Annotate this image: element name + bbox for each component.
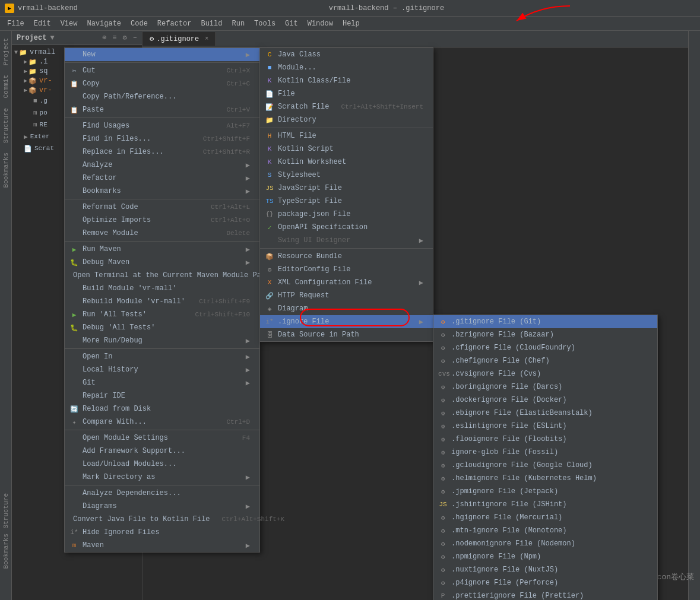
context-menu-find-usages[interactable]: Find Usages Alt+F7: [65, 119, 259, 132]
menu-view[interactable]: View: [56, 18, 83, 29]
context-menu-hide-ignored[interactable]: i* Hide Ignored Files: [65, 526, 259, 539]
context-menu-cut[interactable]: ✂ Cut Ctrl+X: [65, 64, 259, 77]
ignore-nuxtignore[interactable]: ⚙ .nuxtignore File (NuxtJS): [433, 563, 657, 576]
context-menu-more-run[interactable]: More Run/Debug ▶: [65, 334, 259, 347]
new-java-class[interactable]: C Java Class: [260, 48, 433, 61]
ignore-cvsignore[interactable]: cvs .cvsignore File (Cvs): [433, 367, 657, 380]
project-close-icon[interactable]: –: [133, 34, 137, 42]
context-menu-remove-module[interactable]: Remove Module Delete: [65, 227, 259, 240]
context-menu-debug-all-tests[interactable]: 🐛 Debug 'All Tests': [65, 321, 259, 334]
context-menu-debug-maven[interactable]: 🐛 Debug Maven ▶: [65, 256, 259, 269]
context-menu-open-module-settings[interactable]: Open Module Settings F4: [65, 431, 259, 445]
context-menu-find-in-files[interactable]: Find in Files... Ctrl+Shift+F: [65, 132, 259, 145]
menu-refactor[interactable]: Refactor: [153, 18, 197, 29]
context-menu-open-terminal[interactable]: Open Terminal at the Current Maven Modul…: [65, 269, 259, 282]
context-menu-repair-ide[interactable]: Repair IDE: [65, 389, 259, 402]
ignore-chefignore[interactable]: ⚙ .chefignore File (Chef): [433, 354, 657, 367]
new-stylesheet[interactable]: S Stylesheet: [260, 169, 433, 182]
ignore-boringignore[interactable]: ⚙ .boringignore File (Darcs): [433, 380, 657, 393]
menu-code[interactable]: Code: [126, 18, 153, 29]
sidebar-tab-bookmarks[interactable]: Bookmarks: [1, 148, 11, 192]
context-menu-convert-kotlin[interactable]: Convert Java File to Kotlin File Ctrl+Al…: [65, 513, 259, 526]
new-swing-ui[interactable]: Swing UI Designer ▶: [260, 234, 433, 247]
context-menu-run-all-tests[interactable]: ▶ Run 'All Tests' Ctrl+Shift+F10: [65, 308, 259, 321]
context-menu-diagrams[interactable]: Diagrams ▶: [65, 500, 259, 513]
menu-help[interactable]: Help: [338, 18, 365, 29]
context-menu-compare[interactable]: ✦ Compare With... Ctrl+D: [65, 415, 259, 428]
new-ignore-file[interactable]: i* .ignore File ▶ ⚙ .gitignore File (Git…: [260, 315, 433, 328]
ignore-dockerignore[interactable]: ⚙ .dockerignore File (Docker): [433, 393, 657, 407]
gitignore-tab-close[interactable]: ×: [205, 36, 208, 42]
menu-run[interactable]: Run: [227, 18, 249, 29]
new-editorconfig[interactable]: ⚙ EditorConfig File: [260, 263, 433, 276]
new-diagram[interactable]: ◈ Diagram: [260, 302, 433, 315]
new-file[interactable]: 📄 File: [260, 87, 433, 100]
ignore-eslintignore[interactable]: ⚙ .eslintignore File (ESLint): [433, 420, 657, 433]
sidebar-tab-project[interactable]: Project: [1, 33, 11, 70]
tab-bookmarks[interactable]: Bookmarks: [1, 531, 11, 571]
new-data-source[interactable]: 🗄 Data Source in Path: [260, 328, 433, 341]
sidebar-tab-commit[interactable]: Commit: [1, 70, 11, 103]
ignore-hgignore[interactable]: ⚙ .hgignore File (Mercurial): [433, 511, 657, 524]
new-kotlin-class[interactable]: K Kotlin Class/File: [260, 74, 433, 87]
new-scratch-file[interactable]: 📝 Scratch File Ctrl+Alt+Shift+Insert: [260, 100, 433, 113]
ignore-ebignore[interactable]: ⚙ .ebignore File (ElasticBeanstalk): [433, 407, 657, 420]
new-xml-config[interactable]: X XML Configuration File ▶: [260, 276, 433, 289]
context-menu-bookmarks[interactable]: Bookmarks ▶: [65, 185, 259, 198]
context-menu-maven[interactable]: m Maven ▶: [65, 539, 259, 552]
context-menu-add-framework[interactable]: Add Framework Support...: [65, 445, 259, 458]
project-settings-icon[interactable]: ⚙: [123, 33, 127, 42]
ignore-flooignore[interactable]: ⚙ .flooignore File (Floobits): [433, 433, 657, 446]
context-menu-optimize-imports[interactable]: Optimize Imports Ctrl+Alt+O: [65, 214, 259, 227]
ignore-jshintignore[interactable]: JS .jshintignore File (JSHint): [433, 498, 657, 511]
ignore-helmignore[interactable]: ⚙ .helmignore File (Kubernetes Helm): [433, 472, 657, 485]
context-menu-item-new[interactable]: New ▶ C Java Class ■ Module... K Kotlin …: [65, 48, 259, 61]
ignore-bzrignore[interactable]: ⚙ .bzrignore File (Bazaar): [433, 328, 657, 341]
context-menu-run-maven[interactable]: ▶ Run Maven ▶: [65, 243, 259, 256]
context-menu-local-history[interactable]: Local History ▶: [65, 363, 259, 376]
new-typescript[interactable]: TS TypeScript File: [260, 195, 433, 208]
context-menu-open-in[interactable]: Open In ▶: [65, 350, 259, 363]
context-menu-refactor[interactable]: Refactor ▶: [65, 172, 259, 185]
new-http-request[interactable]: 🔗 HTTP Request: [260, 289, 433, 302]
new-directory[interactable]: 📁 Directory: [260, 113, 433, 126]
new-package-json[interactable]: {} package.json File: [260, 208, 433, 221]
context-menu-analyze-deps[interactable]: Analyze Dependencies...: [65, 487, 259, 500]
context-menu-rebuild-module[interactable]: Rebuild Module 'vr-mall' Ctrl+Shift+F9: [65, 295, 259, 308]
ignore-fossil[interactable]: ⚙ ignore-glob File (Fossil): [433, 446, 657, 459]
menu-build[interactable]: Build: [196, 18, 227, 29]
context-menu-build-module[interactable]: Build Module 'vr-mall': [65, 282, 259, 295]
sidebar-tab-structure[interactable]: Structure: [1, 103, 11, 148]
new-resource-bundle[interactable]: 📦 Resource Bundle: [260, 250, 433, 263]
context-menu-mark-directory[interactable]: Mark Directory as ▶: [65, 471, 259, 484]
ignore-gitignore[interactable]: ⚙ .gitignore File (Git): [433, 315, 657, 328]
context-menu-reload[interactable]: 🔄 Reload from Disk: [65, 402, 259, 415]
ignore-jpmignore[interactable]: ⚙ .jpmignore File (Jetpack): [433, 485, 657, 498]
project-collapse-icon[interactable]: ≡: [112, 34, 116, 42]
ignore-gcloudignore[interactable]: ⚙ .gcloudignore File (Google Cloud): [433, 459, 657, 472]
new-html-file[interactable]: H HTML File: [260, 129, 433, 142]
new-kotlin-script[interactable]: K Kotlin Script: [260, 142, 433, 155]
context-menu-paste[interactable]: 📋 Paste Ctrl+V: [65, 103, 259, 116]
context-menu-git[interactable]: Git ▶: [65, 376, 259, 389]
editor-tab-gitignore[interactable]: ⚙ .gitignore ×: [142, 32, 216, 46]
ignore-prettierignore[interactable]: P .prettierignore File (Prettier): [433, 589, 657, 600]
menu-window[interactable]: Window: [303, 18, 338, 29]
context-menu-copy[interactable]: 📋 Copy Ctrl+C: [65, 77, 259, 90]
menu-tools[interactable]: Tools: [249, 18, 280, 29]
new-openapi[interactable]: ✓ OpenAPI Specification: [260, 221, 433, 234]
context-menu-reformat[interactable]: Reformat Code Ctrl+Alt+L: [65, 201, 259, 214]
ignore-mtnignore[interactable]: ⚙ .mtn-ignore File (Monotone): [433, 524, 657, 537]
menu-git[interactable]: Git: [280, 18, 303, 29]
project-dropdown-icon[interactable]: ▼: [50, 34, 54, 42]
context-menu-replace-in-files[interactable]: Replace in Files... Ctrl+Shift+R: [65, 145, 259, 158]
menu-navigate[interactable]: Navigate: [82, 18, 126, 29]
context-menu-analyze[interactable]: Analyze ▶: [65, 158, 259, 172]
tab-structure[interactable]: Structure: [1, 491, 11, 531]
menu-file[interactable]: File: [2, 18, 29, 29]
ignore-cfignore[interactable]: ⚙ .cfignore File (CloudFoundry): [433, 341, 657, 354]
context-menu-load-unload[interactable]: Load/Unload Modules...: [65, 458, 259, 471]
new-module[interactable]: ■ Module...: [260, 61, 433, 74]
context-menu-copy-path[interactable]: Copy Path/Reference...: [65, 90, 259, 103]
new-javascript[interactable]: JS JavaScript File: [260, 182, 433, 195]
